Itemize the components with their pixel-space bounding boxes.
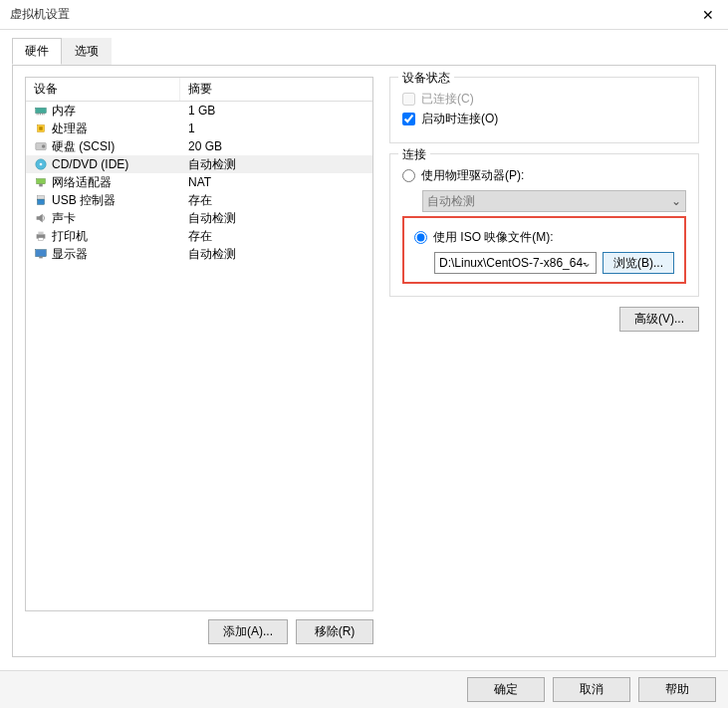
- left-panel: 设备 摘要 内存1 GB处理器1硬盘 (SCSI)20 GBCD/DVD (ID…: [25, 77, 373, 644]
- physical-label[interactable]: 使用物理驱动器(P):: [421, 167, 524, 184]
- connect-boot-label[interactable]: 启动时连接(O): [421, 111, 498, 127]
- svg-rect-2: [38, 114, 39, 116]
- table-row[interactable]: CD/DVD (IDE)自动检测: [26, 155, 372, 173]
- device-name: 网络适配器: [52, 174, 112, 191]
- device-summary: 自动检测: [180, 209, 372, 228]
- footer: 确定 取消 帮助: [0, 670, 728, 708]
- content: 硬件 选项 设备 摘要 内存1 GB处理器1硬盘 (SCSI)20 GBCD/D…: [0, 30, 728, 657]
- connection-title: 连接: [398, 146, 430, 163]
- physical-radio[interactable]: [402, 169, 415, 182]
- device-table: 设备 摘要 内存1 GB处理器1硬盘 (SCSI)20 GBCD/DVD (ID…: [25, 77, 373, 611]
- row-device: CD/DVD (IDE): [26, 156, 180, 172]
- table-row[interactable]: 打印机存在: [26, 227, 372, 245]
- iso-radio[interactable]: [414, 231, 427, 244]
- iso-label[interactable]: 使用 ISO 映像文件(M):: [433, 229, 554, 246]
- table-row[interactable]: 显示器自动检测: [26, 245, 372, 263]
- connection-group: 连接 使用物理驱动器(P): 自动检测 使用 ISO 映像文件(M):: [389, 153, 699, 297]
- row-device: 打印机: [26, 227, 180, 246]
- connect-boot-checkbox[interactable]: [402, 113, 415, 125]
- row-device: 声卡: [26, 209, 180, 228]
- cpu-icon: [34, 121, 48, 135]
- device-summary: 存在: [180, 191, 372, 210]
- titlebar: 虚拟机设置 ✕: [0, 0, 728, 30]
- device-name: 处理器: [52, 120, 88, 137]
- device-status-title: 设备状态: [398, 70, 454, 87]
- connect-boot-row: 启动时连接(O): [402, 111, 686, 127]
- svg-rect-13: [39, 184, 43, 187]
- svg-point-9: [42, 144, 46, 148]
- device-summary: 自动检测: [180, 155, 372, 174]
- device-summary: 1 GB: [180, 103, 372, 118]
- svg-rect-19: [36, 250, 47, 257]
- right-panel: 设备状态 已连接(C) 启动时连接(O) 连接 使用物理驱动器(P):: [385, 77, 703, 644]
- printer-icon: [34, 229, 48, 243]
- advanced-button[interactable]: 高级(V)...: [619, 307, 699, 332]
- device-name: 内存: [52, 103, 76, 119]
- iso-highlight-box: 使用 ISO 映像文件(M): D:\Linux\CentOS-7-x86_64…: [402, 216, 686, 284]
- svg-rect-17: [38, 232, 43, 235]
- close-button[interactable]: ✕: [698, 5, 718, 25]
- help-button[interactable]: 帮助: [638, 677, 716, 702]
- svg-rect-12: [37, 179, 46, 184]
- device-summary: 20 GB: [180, 138, 372, 154]
- table-row[interactable]: 网络适配器NAT: [26, 173, 372, 191]
- iso-path-text: D:\Linux\CentOS-7-x86_64-: [439, 256, 587, 270]
- row-device: USB 控制器: [26, 191, 180, 210]
- window-title: 虚拟机设置: [10, 6, 698, 23]
- left-buttons: 添加(A)... 移除(R): [25, 619, 373, 644]
- iso-path-row: D:\Linux\CentOS-7-x86_64- 浏览(B)...: [434, 252, 674, 274]
- device-name: CD/DVD (IDE): [52, 157, 128, 171]
- device-name: 打印机: [52, 228, 88, 245]
- cd-icon: [34, 157, 48, 171]
- tab-options[interactable]: 选项: [62, 38, 112, 65]
- header-device: 设备: [26, 78, 180, 101]
- table-row[interactable]: 内存1 GB: [26, 102, 372, 119]
- tabs: 硬件 选项: [12, 38, 716, 66]
- auto-detect-row: 自动检测: [422, 190, 686, 212]
- row-device: 网络适配器: [26, 173, 180, 192]
- advanced-row: 高级(V)...: [389, 307, 699, 332]
- device-name: 显示器: [52, 246, 88, 263]
- row-device: 处理器: [26, 119, 180, 138]
- network-icon: [34, 175, 48, 189]
- row-device: 硬盘 (SCSI): [26, 137, 180, 156]
- add-button[interactable]: 添加(A)...: [208, 619, 288, 644]
- svg-point-11: [40, 163, 43, 166]
- svg-rect-4: [42, 114, 43, 116]
- device-name: 声卡: [52, 210, 76, 227]
- iso-path-combo[interactable]: D:\Linux\CentOS-7-x86_64-: [434, 252, 597, 274]
- iso-row: 使用 ISO 映像文件(M):: [414, 229, 674, 246]
- device-summary: 存在: [180, 227, 372, 246]
- svg-rect-3: [40, 114, 41, 116]
- header-summary: 摘要: [180, 78, 372, 101]
- connected-row: 已连接(C): [402, 91, 686, 108]
- remove-button[interactable]: 移除(R): [296, 619, 373, 644]
- row-device: 内存: [26, 102, 180, 120]
- ok-button[interactable]: 确定: [467, 677, 545, 702]
- auto-detect-text: 自动检测: [427, 193, 475, 210]
- tab-hardware[interactable]: 硬件: [12, 38, 62, 65]
- svg-rect-18: [38, 238, 43, 241]
- svg-rect-15: [38, 199, 45, 204]
- svg-rect-7: [39, 126, 43, 130]
- table-row[interactable]: 硬盘 (SCSI)20 GB: [26, 137, 372, 155]
- device-name: USB 控制器: [52, 192, 116, 209]
- table-header: 设备 摘要: [26, 78, 372, 102]
- sound-icon: [34, 211, 48, 225]
- connected-label: 已连接(C): [421, 91, 474, 108]
- table-row[interactable]: USB 控制器存在: [26, 191, 372, 209]
- browse-button[interactable]: 浏览(B)...: [603, 252, 674, 274]
- connected-checkbox: [402, 93, 415, 106]
- display-icon: [34, 247, 48, 261]
- svg-rect-20: [39, 257, 43, 259]
- device-status-group: 设备状态 已连接(C) 启动时连接(O): [389, 77, 699, 143]
- table-body: 内存1 GB处理器1硬盘 (SCSI)20 GBCD/DVD (IDE)自动检测…: [26, 102, 372, 263]
- table-row[interactable]: 处理器1: [26, 119, 372, 137]
- svg-rect-14: [38, 196, 45, 200]
- svg-rect-0: [36, 108, 47, 113]
- device-summary: 1: [180, 120, 372, 136]
- cancel-button[interactable]: 取消: [553, 677, 630, 702]
- table-row[interactable]: 声卡自动检测: [26, 209, 372, 227]
- usb-icon: [34, 193, 48, 207]
- physical-row: 使用物理驱动器(P):: [402, 167, 686, 184]
